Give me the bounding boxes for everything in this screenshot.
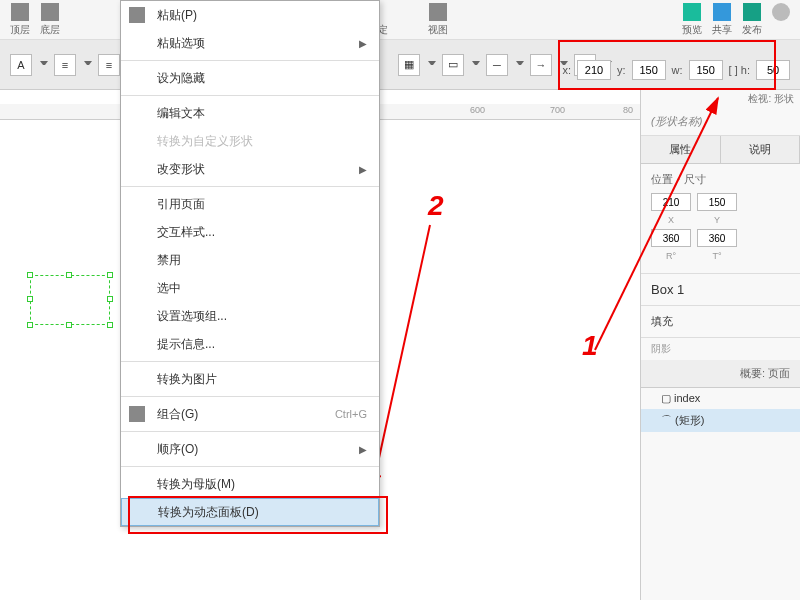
resize-handle[interactable] xyxy=(107,272,113,278)
menu-interact-style[interactable]: 交互样式... xyxy=(121,218,379,246)
resize-handle[interactable] xyxy=(66,322,72,328)
panel-x-input[interactable] xyxy=(651,193,691,211)
shape-name-field[interactable]: (形状名称) xyxy=(641,108,800,136)
selected-shape[interactable] xyxy=(30,275,110,325)
menu-edit-text[interactable]: 编辑文本 xyxy=(121,99,379,127)
section-pos-dim: 位置・尺寸 xyxy=(651,172,790,187)
w-label: w: xyxy=(672,64,683,76)
tab-notes[interactable]: 说明 xyxy=(721,136,801,163)
context-menu: 粘贴(P) 粘贴选项▶ 设为隐藏 编辑文本 转换为自定义形状 改变形状▶ 引用页… xyxy=(120,0,380,527)
outline-shape[interactable]: ⌒ (矩形) xyxy=(641,409,800,432)
menu-convert-custom: 转换为自定义形状 xyxy=(121,127,379,155)
annotation-number-1: 1 xyxy=(582,330,598,362)
resize-handle[interactable] xyxy=(107,322,113,328)
h-input[interactable] xyxy=(756,60,790,80)
resize-handle[interactable] xyxy=(27,322,33,328)
line-button[interactable]: ─ xyxy=(486,54,508,76)
x-input[interactable] xyxy=(577,60,611,80)
share-button[interactable]: 共享 xyxy=(712,3,732,37)
menu-paste-options[interactable]: 粘贴选项▶ xyxy=(121,29,379,57)
top-layer-button[interactable]: 顶层 xyxy=(10,3,30,37)
menu-disable[interactable]: 禁用 xyxy=(121,246,379,274)
align-button-1[interactable]: ≡ xyxy=(54,54,76,76)
menu-paste[interactable]: 粘贴(P) xyxy=(121,1,379,29)
menu-to-dynamic-panel[interactable]: 转换为动态面板(D) xyxy=(121,498,379,526)
menu-to-master[interactable]: 转换为母版(M) xyxy=(121,470,379,498)
user-icon[interactable] xyxy=(772,3,790,37)
y-label: y: xyxy=(617,64,626,76)
menu-change-shape[interactable]: 改变形状▶ xyxy=(121,155,379,183)
x-label: x: xyxy=(562,64,571,76)
menu-tooltip[interactable]: 提示信息... xyxy=(121,330,379,358)
preview-button[interactable]: 预览 xyxy=(682,3,702,37)
bottom-layer-button[interactable]: 底层 xyxy=(40,3,60,37)
panel-y-input[interactable] xyxy=(697,193,737,211)
menu-group[interactable]: 组合(G)Ctrl+G xyxy=(121,400,379,428)
menu-select[interactable]: 选中 xyxy=(121,274,379,302)
panel-r-input[interactable] xyxy=(651,229,691,247)
border-button[interactable]: ▭ xyxy=(442,54,464,76)
annotation-number-2: 2 xyxy=(428,190,444,222)
w-input[interactable] xyxy=(689,60,723,80)
menu-set-hidden[interactable]: 设为隐藏 xyxy=(121,64,379,92)
panel-t-input[interactable] xyxy=(697,229,737,247)
h-label: [ ] h: xyxy=(729,64,750,76)
view-button[interactable]: 视图 xyxy=(428,3,448,37)
y-input[interactable] xyxy=(632,60,666,80)
font-color-button[interactable]: A xyxy=(10,54,32,76)
menu-order[interactable]: 顺序(O)▶ xyxy=(121,435,379,463)
inspector-panel: 检视: 形状 (形状名称) 属性 说明 位置・尺寸 XY R°T° Box 1 … xyxy=(640,90,800,600)
outline-page[interactable]: ▢ index xyxy=(641,388,800,409)
tab-properties[interactable]: 属性 xyxy=(641,136,721,163)
fill-section[interactable]: 填充 xyxy=(641,306,800,338)
resize-handle[interactable] xyxy=(27,272,33,278)
menu-set-option-group[interactable]: 设置选项组... xyxy=(121,302,379,330)
resize-handle[interactable] xyxy=(66,272,72,278)
resize-handle[interactable] xyxy=(107,296,113,302)
publish-button[interactable]: 发布 xyxy=(742,3,762,37)
align-button-2[interactable]: ≡ xyxy=(98,54,120,76)
menu-ref-page[interactable]: 引用页面 xyxy=(121,190,379,218)
coordinate-inputs: x: y: w: [ ] h: xyxy=(562,60,790,80)
box-name: Box 1 xyxy=(641,274,800,306)
menu-to-image[interactable]: 转换为图片 xyxy=(121,365,379,393)
arrow-button[interactable]: → xyxy=(530,54,552,76)
resize-handle[interactable] xyxy=(27,296,33,302)
fill-button[interactable]: ▦ xyxy=(398,54,420,76)
outline-title: 概要: 页面 xyxy=(641,360,800,388)
